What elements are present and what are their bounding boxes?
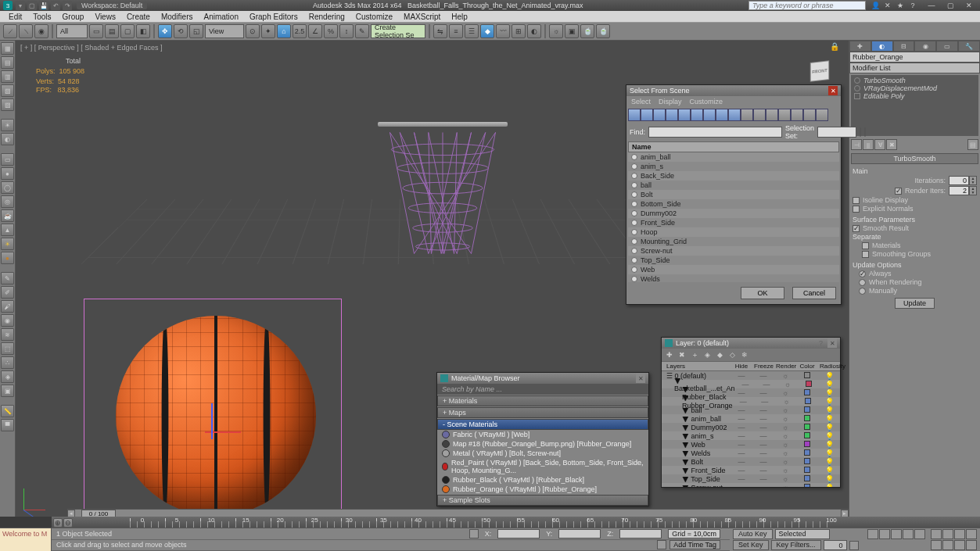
poly-edge-icon[interactable]: ▤ bbox=[1, 56, 14, 69]
flt-e-icon[interactable] bbox=[791, 109, 803, 121]
time-slider-next-icon[interactable]: ▸ bbox=[841, 510, 849, 517]
smooth-check[interactable] bbox=[853, 225, 860, 232]
prim-cone-icon[interactable]: ▲ bbox=[1, 224, 14, 236]
vnav-pan-icon[interactable] bbox=[931, 529, 942, 539]
spinnersnap-icon[interactable]: ↕ bbox=[339, 24, 354, 38]
list-item[interactable]: Hoop bbox=[628, 227, 839, 237]
autokey-button[interactable]: Auto Key bbox=[733, 529, 773, 539]
dlg-select-find-input[interactable] bbox=[648, 127, 782, 138]
unlink-icon[interactable]: ⟍ bbox=[19, 24, 33, 38]
layer-freeze-icon[interactable]: ❄ bbox=[739, 349, 750, 360]
menu-create[interactable]: Create bbox=[121, 13, 156, 21]
list-item[interactable]: Dummy002 bbox=[628, 209, 839, 218]
editnamed-icon[interactable]: ✎ bbox=[355, 24, 369, 38]
close-icon[interactable]: ✕ bbox=[964, 1, 974, 10]
layer-row[interactable]: ⯆ anim_s——☼💡 bbox=[662, 431, 840, 440]
menu-customize[interactable]: Customize bbox=[350, 13, 398, 21]
keymode-dropdown[interactable]: Selected bbox=[775, 529, 830, 539]
snaptoggle-icon[interactable]: 2.5 bbox=[293, 24, 307, 38]
light-omni-icon[interactable]: ☀ bbox=[1, 238, 14, 250]
window-cross-icon[interactable]: ◧ bbox=[136, 24, 150, 38]
isolate-icon[interactable] bbox=[657, 540, 666, 549]
tab-create-icon[interactable]: ✚ bbox=[849, 41, 871, 52]
app-logo-icon[interactable]: 3 bbox=[3, 1, 13, 10]
qnew-icon[interactable]: ▾ bbox=[16, 1, 25, 10]
viewport-lock-icon[interactable]: 🔒 bbox=[830, 42, 839, 51]
configure-icon[interactable]: ▤ bbox=[967, 139, 978, 150]
layer-del-icon[interactable]: ✖ bbox=[677, 349, 687, 360]
keyfilters-button[interactable]: Key Filters... bbox=[771, 540, 821, 550]
goto-end-icon[interactable] bbox=[914, 529, 925, 539]
exchange-icon[interactable]: ✕ bbox=[883, 1, 892, 10]
layer-add-icon[interactable]: ＋ bbox=[689, 349, 700, 360]
coord-z-input[interactable] bbox=[619, 529, 662, 538]
curveed-icon[interactable]: 〰 bbox=[496, 24, 510, 38]
graphite-icon[interactable]: ◆ bbox=[480, 24, 494, 38]
menu-grapheditors[interactable]: Graph Editors bbox=[244, 13, 303, 21]
upd-manual-radio[interactable] bbox=[859, 288, 866, 295]
signin-icon[interactable]: 👤 bbox=[871, 1, 880, 10]
list-item[interactable]: anim_ball bbox=[628, 152, 839, 162]
material-item[interactable]: Map #18 (Rubber_Orangel_Bump.png) [Rubbe… bbox=[437, 439, 648, 449]
align-icon[interactable]: ≡ bbox=[449, 24, 463, 38]
remove-mod-icon[interactable]: ✖ bbox=[886, 139, 897, 150]
vnav-fov-icon[interactable] bbox=[966, 529, 977, 539]
coord-x-input[interactable] bbox=[497, 529, 540, 538]
bind-icon[interactable]: ◉ bbox=[34, 24, 48, 38]
angsnap-icon[interactable]: ∠ bbox=[308, 24, 322, 38]
prim-sphere-icon[interactable]: ● bbox=[1, 167, 14, 180]
track-filter-icon[interactable]: ⊖ bbox=[63, 518, 73, 528]
layers-icon[interactable]: ☰ bbox=[465, 24, 479, 38]
dlg-mat-close-icon[interactable]: ✕ bbox=[636, 374, 645, 383]
upd-always-radio[interactable] bbox=[859, 270, 866, 277]
layer-row[interactable]: ⯆ Screw-nut——☼💡 bbox=[662, 483, 840, 487]
vnav-orbit-icon[interactable] bbox=[954, 540, 965, 550]
track-key-icon[interactable]: ⊕ bbox=[53, 518, 63, 528]
schview-icon[interactable]: ⊞ bbox=[512, 24, 526, 38]
prim-geo-icon[interactable]: ● bbox=[1, 252, 14, 264]
menu-tools[interactable]: Tools bbox=[27, 13, 56, 21]
matedit-icon[interactable]: ◐ bbox=[527, 24, 541, 38]
list-item[interactable]: ball bbox=[628, 181, 839, 190]
layer-new-icon[interactable]: ✚ bbox=[664, 349, 675, 360]
named-selection-dropdown[interactable]: Create Selection Se bbox=[371, 24, 425, 38]
dlg-layer-close-icon[interactable]: ✕ bbox=[827, 338, 837, 348]
pivot-icon[interactable]: ⊙ bbox=[246, 24, 260, 38]
layer-row[interactable]: ⯆ ball——☼💡 bbox=[662, 406, 840, 414]
dlg-mat-search-input[interactable]: Search by Name ... bbox=[437, 384, 648, 395]
brush2-icon[interactable]: ✐ bbox=[1, 286, 14, 299]
current-frame-input[interactable] bbox=[824, 540, 847, 550]
timeconfig-icon[interactable] bbox=[849, 541, 859, 550]
setkey-button[interactable]: Set Key bbox=[733, 540, 769, 550]
flt-group-icon[interactable] bbox=[703, 109, 716, 121]
dlg-select-close-icon[interactable]: ✕ bbox=[828, 86, 838, 95]
material-item[interactable]: Fabric ( VRayMtl ) [Web] bbox=[437, 430, 648, 439]
upd-render-radio[interactable] bbox=[859, 279, 866, 286]
maxscript-mini-listener[interactable]: Welcome to M bbox=[0, 528, 52, 551]
menu-views[interactable]: Views bbox=[89, 13, 121, 21]
sep-mat-check[interactable] bbox=[862, 242, 869, 249]
render-iters-check[interactable] bbox=[895, 188, 902, 195]
menu-rendering[interactable]: Rendering bbox=[303, 13, 350, 21]
track-bar[interactable]: ⊕ ⊖ 051015202530354045505560657075808590… bbox=[52, 517, 980, 528]
light-spot-icon[interactable]: ◐ bbox=[1, 133, 14, 145]
modifier-list-dropdown[interactable]: Modifier List bbox=[849, 63, 980, 73]
vnav-zoomext-icon[interactable] bbox=[931, 540, 942, 550]
modifier-stack[interactable]: TurboSmooth VRayDisplacementMod Editable… bbox=[851, 75, 978, 136]
qsave-icon[interactable]: 💾 bbox=[39, 1, 48, 10]
layer-row[interactable]: ⯆ Dummy002——☼💡 bbox=[662, 423, 840, 431]
update-button[interactable]: Update bbox=[895, 298, 935, 309]
layer-high-icon[interactable]: ◆ bbox=[714, 349, 725, 360]
menu-edit[interactable]: Edit bbox=[3, 13, 27, 21]
select-icon[interactable]: ▭ bbox=[89, 24, 103, 38]
prev-frame-icon[interactable] bbox=[879, 529, 890, 539]
scene-object-hoop[interactable] bbox=[378, 122, 508, 259]
material-item[interactable]: Rubber_Black ( VRayMtl ) [Rubber_Black] bbox=[437, 475, 648, 485]
qundo-icon[interactable]: ↶ bbox=[51, 1, 60, 10]
qredo-icon[interactable]: ↷ bbox=[63, 1, 72, 10]
play-icon[interactable] bbox=[891, 529, 902, 539]
dlg-select-list[interactable]: anim_ballanim_sBack_SideballBoltBottom_S… bbox=[628, 152, 839, 282]
list-item[interactable]: Back_Side bbox=[628, 171, 839, 181]
dlg-mat-sect-sample[interactable]: + Sample Slots bbox=[437, 495, 648, 506]
flt-helper-icon[interactable] bbox=[678, 109, 691, 121]
